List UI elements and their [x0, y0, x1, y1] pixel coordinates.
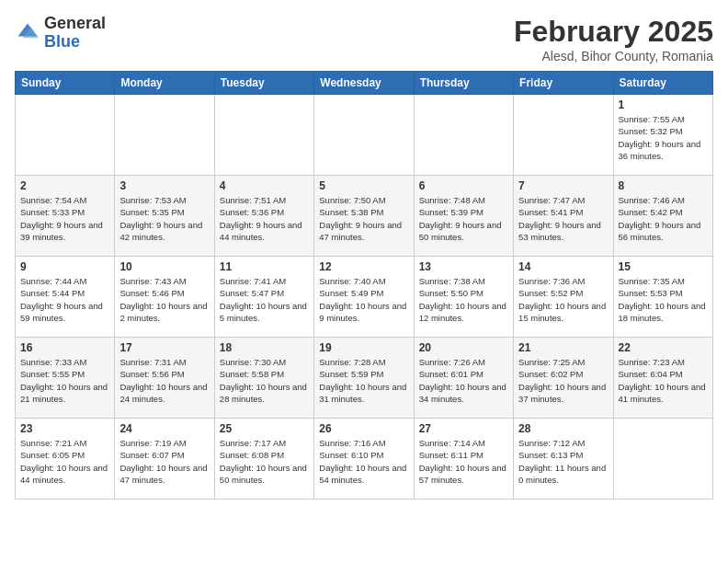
calendar-cell: 17Sunrise: 7:31 AM Sunset: 5:56 PM Dayli… — [115, 338, 214, 419]
calendar-cell: 10Sunrise: 7:43 AM Sunset: 5:46 PM Dayli… — [115, 257, 214, 338]
week-row-2: 2Sunrise: 7:54 AM Sunset: 5:33 PM Daylig… — [16, 176, 713, 257]
weekday-header-saturday: Saturday — [613, 72, 712, 95]
day-info: Sunrise: 7:28 AM Sunset: 5:59 PM Dayligh… — [319, 356, 408, 405]
day-number: 5 — [319, 179, 408, 192]
day-info: Sunrise: 7:16 AM Sunset: 6:10 PM Dayligh… — [319, 437, 408, 486]
weekday-header-wednesday: Wednesday — [314, 72, 414, 95]
calendar-cell: 16Sunrise: 7:33 AM Sunset: 5:55 PM Dayli… — [16, 338, 115, 419]
day-info: Sunrise: 7:50 AM Sunset: 5:38 PM Dayligh… — [319, 194, 408, 243]
day-number: 3 — [119, 179, 209, 192]
day-number: 22 — [619, 341, 708, 354]
day-number: 27 — [419, 422, 508, 435]
day-info: Sunrise: 7:41 AM Sunset: 5:47 PM Dayligh… — [220, 275, 309, 324]
day-info: Sunrise: 7:54 AM Sunset: 5:33 PM Dayligh… — [20, 194, 109, 243]
weekday-header-thursday: Thursday — [414, 72, 513, 95]
weekday-header-sunday: Sunday — [16, 72, 115, 95]
day-info: Sunrise: 7:26 AM Sunset: 6:01 PM Dayligh… — [419, 356, 508, 405]
logo-blue: Blue — [44, 32, 80, 51]
weekday-header-monday: Monday — [115, 72, 214, 95]
day-info: Sunrise: 7:21 AM Sunset: 6:05 PM Dayligh… — [20, 437, 109, 486]
day-info: Sunrise: 7:51 AM Sunset: 5:36 PM Dayligh… — [220, 194, 309, 243]
day-number: 28 — [518, 422, 608, 435]
day-number: 15 — [619, 260, 708, 273]
calendar-cell — [414, 95, 513, 176]
day-number: 21 — [518, 341, 608, 354]
day-number: 4 — [220, 179, 309, 192]
day-info: Sunrise: 7:12 AM Sunset: 6:13 PM Dayligh… — [518, 437, 608, 486]
calendar-cell: 26Sunrise: 7:16 AM Sunset: 6:10 PM Dayli… — [314, 419, 414, 500]
calendar-cell: 14Sunrise: 7:36 AM Sunset: 5:52 PM Dayli… — [514, 257, 613, 338]
day-number: 2 — [20, 179, 109, 192]
calendar-cell: 1Sunrise: 7:55 AM Sunset: 5:32 PM Daylig… — [613, 95, 712, 176]
day-info: Sunrise: 7:55 AM Sunset: 5:32 PM Dayligh… — [619, 113, 708, 162]
day-info: Sunrise: 7:53 AM Sunset: 5:35 PM Dayligh… — [119, 194, 209, 243]
calendar-cell: 18Sunrise: 7:30 AM Sunset: 5:58 PM Dayli… — [214, 338, 313, 419]
calendar-cell: 24Sunrise: 7:19 AM Sunset: 6:07 PM Dayli… — [115, 419, 214, 500]
day-info: Sunrise: 7:36 AM Sunset: 5:52 PM Dayligh… — [518, 275, 608, 324]
calendar-cell: 28Sunrise: 7:12 AM Sunset: 6:13 PM Dayli… — [514, 419, 613, 500]
logo-general: General — [44, 14, 106, 32]
day-number: 16 — [20, 341, 109, 354]
day-number: 1 — [619, 98, 708, 111]
day-info: Sunrise: 7:43 AM Sunset: 5:46 PM Dayligh… — [119, 275, 209, 324]
calendar-cell: 12Sunrise: 7:40 AM Sunset: 5:49 PM Dayli… — [314, 257, 414, 338]
day-info: Sunrise: 7:44 AM Sunset: 5:44 PM Dayligh… — [20, 275, 109, 324]
weekday-header-tuesday: Tuesday — [214, 72, 313, 95]
day-number: 18 — [220, 341, 309, 354]
calendar-cell: 15Sunrise: 7:35 AM Sunset: 5:53 PM Dayli… — [613, 257, 712, 338]
calendar-cell: 9Sunrise: 7:44 AM Sunset: 5:44 PM Daylig… — [16, 257, 115, 338]
day-info: Sunrise: 7:17 AM Sunset: 6:08 PM Dayligh… — [220, 437, 309, 486]
day-number: 6 — [419, 179, 508, 192]
day-number: 19 — [319, 341, 408, 354]
day-info: Sunrise: 7:31 AM Sunset: 5:56 PM Dayligh… — [119, 356, 209, 405]
calendar-cell: 19Sunrise: 7:28 AM Sunset: 5:59 PM Dayli… — [314, 338, 414, 419]
calendar-cell — [314, 95, 414, 176]
day-number: 8 — [619, 179, 708, 192]
calendar-cell — [613, 419, 712, 500]
day-info: Sunrise: 7:30 AM Sunset: 5:58 PM Dayligh… — [220, 356, 309, 405]
day-info: Sunrise: 7:35 AM Sunset: 5:53 PM Dayligh… — [619, 275, 708, 324]
calendar-cell — [214, 95, 313, 176]
page-header: General Blue February 2025 Alesd, Bihor … — [15, 15, 713, 63]
day-number: 26 — [319, 422, 408, 435]
day-number: 12 — [319, 260, 408, 273]
day-number: 14 — [518, 260, 608, 273]
day-number: 24 — [119, 422, 209, 435]
day-info: Sunrise: 7:47 AM Sunset: 5:41 PM Dayligh… — [518, 194, 608, 243]
day-info: Sunrise: 7:38 AM Sunset: 5:50 PM Dayligh… — [419, 275, 508, 324]
day-info: Sunrise: 7:25 AM Sunset: 6:02 PM Dayligh… — [518, 356, 608, 405]
day-info: Sunrise: 7:40 AM Sunset: 5:49 PM Dayligh… — [319, 275, 408, 324]
day-info: Sunrise: 7:48 AM Sunset: 5:39 PM Dayligh… — [419, 194, 508, 243]
day-number: 9 — [20, 260, 109, 273]
calendar-table: SundayMondayTuesdayWednesdayThursdayFrid… — [15, 71, 713, 500]
weekday-header-friday: Friday — [514, 72, 613, 95]
calendar-cell: 21Sunrise: 7:25 AM Sunset: 6:02 PM Dayli… — [514, 338, 613, 419]
day-info: Sunrise: 7:46 AM Sunset: 5:42 PM Dayligh… — [619, 194, 708, 243]
week-row-3: 9Sunrise: 7:44 AM Sunset: 5:44 PM Daylig… — [16, 257, 713, 338]
day-number: 23 — [20, 422, 109, 435]
calendar-cell: 7Sunrise: 7:47 AM Sunset: 5:41 PM Daylig… — [514, 176, 613, 257]
day-info: Sunrise: 7:14 AM Sunset: 6:11 PM Dayligh… — [419, 437, 508, 486]
day-number: 11 — [220, 260, 309, 273]
logo: General Blue — [15, 15, 106, 52]
calendar-cell: 5Sunrise: 7:50 AM Sunset: 5:38 PM Daylig… — [314, 176, 414, 257]
weekday-header-row: SundayMondayTuesdayWednesdayThursdayFrid… — [16, 72, 713, 95]
logo-icon — [15, 20, 40, 46]
day-number: 10 — [119, 260, 209, 273]
day-number: 13 — [419, 260, 508, 273]
week-row-4: 16Sunrise: 7:33 AM Sunset: 5:55 PM Dayli… — [16, 338, 713, 419]
calendar-cell — [16, 95, 115, 176]
location: Alesd, Bihor County, Romania — [514, 49, 713, 63]
calendar-cell: 27Sunrise: 7:14 AM Sunset: 6:11 PM Dayli… — [414, 419, 513, 500]
day-info: Sunrise: 7:33 AM Sunset: 5:55 PM Dayligh… — [20, 356, 109, 405]
calendar-cell: 23Sunrise: 7:21 AM Sunset: 6:05 PM Dayli… — [16, 419, 115, 500]
day-number: 17 — [119, 341, 209, 354]
logo-text: General Blue — [44, 15, 106, 52]
calendar-cell — [115, 95, 214, 176]
calendar-cell: 25Sunrise: 7:17 AM Sunset: 6:08 PM Dayli… — [214, 419, 313, 500]
day-info: Sunrise: 7:23 AM Sunset: 6:04 PM Dayligh… — [619, 356, 708, 405]
day-number: 25 — [220, 422, 309, 435]
calendar-cell: 6Sunrise: 7:48 AM Sunset: 5:39 PM Daylig… — [414, 176, 513, 257]
calendar-cell: 11Sunrise: 7:41 AM Sunset: 5:47 PM Dayli… — [214, 257, 313, 338]
calendar-cell: 20Sunrise: 7:26 AM Sunset: 6:01 PM Dayli… — [414, 338, 513, 419]
